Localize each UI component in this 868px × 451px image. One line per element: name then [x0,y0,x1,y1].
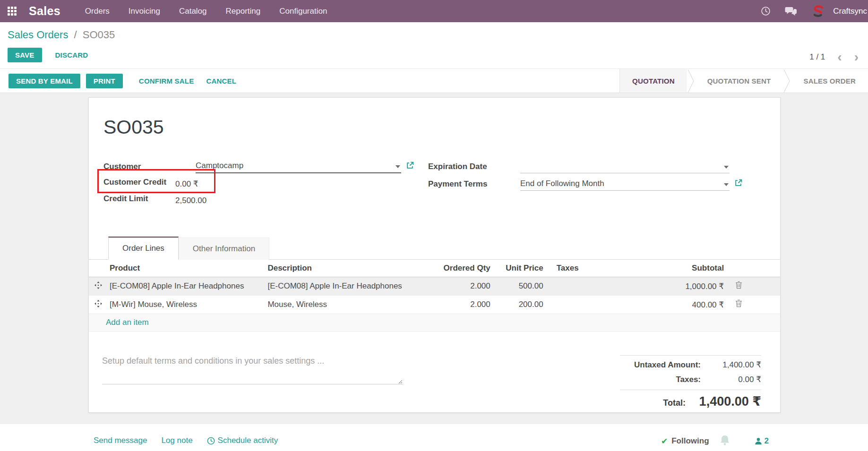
status-step-sales-order[interactable]: SALES ORDER [791,69,868,93]
taxes-value: 0.00 ₹ [701,374,761,384]
untaxed-amount-label: Untaxed Amount: [620,360,701,370]
terms-and-conditions-input[interactable] [102,355,403,384]
total-value: 1,400.00 ₹ [686,394,761,409]
log-note-link[interactable]: Log note [161,436,192,445]
person-icon [755,437,762,445]
customer-credit-value: 0.00 ₹ [175,179,198,189]
table-row[interactable]: [E-COM08] Apple In-Ear Headphones [E-COM… [89,277,780,296]
table-row[interactable]: [M-Wir] Mouse, Wireless Mouse, Wireless … [89,296,780,314]
chevron-down-icon[interactable] [724,183,729,186]
cell-product[interactable]: [E-COM08] Apple In-Ear Headphones [108,277,266,296]
nav-menu-reporting[interactable]: Reporting [226,7,261,16]
breadcrumb-separator: / [74,29,77,41]
user-name[interactable]: Craftsync [833,7,867,16]
tab-order-lines[interactable]: Order Lines [108,237,179,260]
following-toggle[interactable]: Following [671,436,709,446]
status-step-quotation-sent[interactable]: QUOTATION SENT [695,69,783,93]
delete-line-icon[interactable] [735,281,742,291]
pager-count: 1 / 1 [809,52,825,62]
pager-previous-icon[interactable]: ‹ [837,52,842,62]
bell-icon[interactable] [720,434,730,448]
customer-external-link-icon[interactable] [406,162,414,171]
chatter: Send message Log note Schedule activity … [0,424,868,449]
send-message-link[interactable]: Send message [94,436,147,445]
cell-taxes[interactable] [545,296,608,314]
taxes-label: Taxes: [620,375,701,384]
drag-handle-icon[interactable] [95,281,102,291]
notebook-tabs: Order Lines Other Information [89,236,780,260]
status-arrow-icon [687,69,695,93]
sale-order-sheet: SO035 Customer Camptocamp Customer Credi… [88,97,781,413]
chevron-down-icon[interactable] [724,166,729,169]
cell-ordered-qty[interactable]: 2.000 [421,277,492,296]
column-ordered-qty: Ordered Qty [421,260,492,277]
cell-taxes[interactable] [545,277,608,296]
chevron-down-icon[interactable] [395,165,400,168]
nav-menu-invoicing[interactable]: Invoicing [129,7,160,16]
customer-credit-label: Customer Credit [103,178,175,189]
confirm-sale-button[interactable]: CONFIRM SALE [137,74,196,88]
cell-product[interactable]: [M-Wir] Mouse, Wireless [108,296,266,314]
save-button[interactable]: SAVE [8,48,42,62]
credit-limit-value: 2,500.00 [175,196,206,205]
activities-clock-icon[interactable] [761,6,771,16]
check-icon: ✔ [661,436,668,446]
total-label: Total: [620,398,686,408]
send-by-email-button[interactable]: SEND BY EMAIL [9,74,80,88]
statusbar: QUOTATION QUOTATION SENT SALES ORDER [619,69,868,93]
payment-terms-label: Payment Terms [428,179,520,191]
credit-limit-label: Credit Limit [103,194,175,205]
table-header-row: Product Description Ordered Qty Unit Pri… [89,260,780,277]
cell-subtotal: 1,000.00 ₹ [608,277,726,296]
payment-terms-input[interactable]: End of Following Month [520,179,730,191]
breadcrumb-current: SO035 [83,29,115,41]
expiration-date-input[interactable] [520,171,730,173]
user-avatar[interactable] [811,4,825,18]
action-bar: SEND BY EMAIL PRINT CONFIRM SALE CANCEL … [0,69,868,93]
nav-menu-orders[interactable]: Orders [85,7,110,16]
add-item-row[interactable]: Add an item [89,314,780,332]
cancel-button[interactable]: CANCEL [204,74,238,88]
column-description: Description [266,260,421,277]
nav-menu-configuration[interactable]: Configuration [279,7,327,16]
messages-chat-icon[interactable] [785,6,797,16]
column-unit-price: Unit Price [492,260,545,277]
schedule-clock-icon [207,437,215,445]
payment-terms-external-link-icon[interactable] [734,179,742,189]
cell-description[interactable]: [E-COM08] Apple In-Ear Headphones [266,277,421,296]
print-button[interactable]: PRINT [86,74,123,88]
content-background: SO035 Customer Camptocamp Customer Credi… [0,93,868,424]
app-title[interactable]: Sales [29,4,60,18]
status-step-quotation[interactable]: QUOTATION [620,69,687,93]
order-lines-table: Product Description Ordered Qty Unit Pri… [89,260,780,314]
cell-ordered-qty[interactable]: 2.000 [421,296,492,314]
apps-menu-icon[interactable] [8,7,17,16]
control-panel: Sales Orders / SO035 SAVE DISCARD 1 / 1 … [0,22,868,69]
drag-handle-icon[interactable] [95,300,102,310]
followers-count: 2 [765,436,769,446]
pager-next-icon[interactable]: › [854,52,859,62]
tab-other-information[interactable]: Other Information [179,238,269,260]
schedule-activity-link[interactable]: Schedule activity [207,436,278,445]
column-product: Product [108,260,266,277]
nav-menu: Orders Invoicing Catalog Reporting Confi… [85,7,327,16]
breadcrumb-sales-orders[interactable]: Sales Orders [8,29,68,41]
customer-label: Customer [103,162,196,173]
followers-button[interactable]: 2 [755,436,769,446]
discard-button[interactable]: DISCARD [53,48,90,62]
untaxed-amount-value: 1,400.00 ₹ [701,360,761,370]
totals-block: Untaxed Amount: 1,400.00 ₹ Taxes: 0.00 ₹… [620,355,761,411]
order-title: SO035 [103,116,780,138]
column-subtotal: Subtotal [608,260,726,277]
breadcrumb: Sales Orders / SO035 [8,29,868,41]
column-taxes: Taxes [545,260,608,277]
cell-unit-price[interactable]: 500.00 [492,277,545,296]
cell-description[interactable]: Mouse, Wireless [266,296,421,314]
cell-unit-price[interactable]: 200.00 [492,296,545,314]
delete-line-icon[interactable] [735,299,742,310]
expiration-date-label: Expiration Date [428,162,520,173]
top-navbar: Sales Orders Invoicing Catalog Reporting… [0,0,868,22]
add-an-item-link[interactable]: Add an item [106,318,149,327]
customer-input[interactable]: Camptocamp [196,161,401,173]
nav-menu-catalog[interactable]: Catalog [179,7,207,16]
